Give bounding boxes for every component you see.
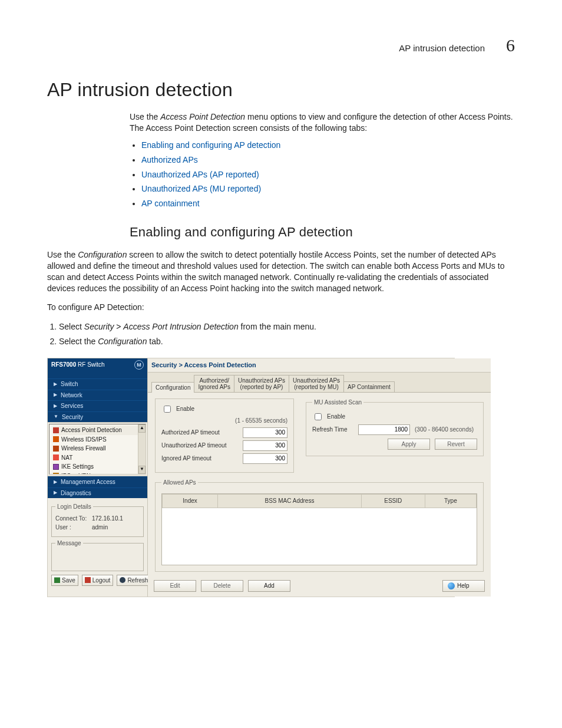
text: >: [114, 322, 123, 331]
key-icon: [53, 473, 59, 475]
col-essid[interactable]: ESSID: [361, 495, 425, 508]
scroll-down-icon[interactable]: ▼: [138, 466, 146, 474]
delete-button[interactable]: Delete: [201, 580, 243, 592]
link-enabling[interactable]: Enabling and configuring AP detection: [141, 140, 280, 150]
running-title: AP intrusion detection: [399, 43, 485, 53]
help-button[interactable]: Help: [442, 580, 485, 592]
tab-containment[interactable]: AP Containment: [343, 381, 395, 392]
label: Access Point Detection: [61, 426, 122, 434]
sidebar-item-mgmt[interactable]: ▶Management Access: [48, 476, 147, 487]
scroll-up-icon[interactable]: ▲: [138, 424, 146, 433]
firewall-icon: [53, 446, 59, 452]
text-em: Access Point Detection: [160, 112, 245, 121]
label: Diagnostics: [61, 489, 91, 498]
subitem-firewall[interactable]: Wireless Firewall: [53, 444, 142, 453]
text-em: Access Port Intrusion Detection: [123, 322, 238, 331]
unauth-timeout-input[interactable]: [243, 440, 287, 451]
label: Connect To:: [55, 515, 88, 523]
label: Enable: [327, 413, 345, 421]
product-suffix: RF Switch: [76, 361, 104, 368]
tab-unauth-mu[interactable]: Unauthorized APs(reported by MU): [289, 375, 344, 392]
text-em: Configuration: [78, 250, 127, 259]
subitem-nat[interactable]: NAT: [53, 453, 142, 463]
sidebar-item-services[interactable]: ▶Services: [48, 400, 147, 411]
security-subtree: Access Point Detection Wireless IDS/IPS …: [48, 422, 147, 476]
label: User :: [55, 523, 88, 532]
subitem-apd[interactable]: Access Point Detection: [53, 426, 142, 435]
edit-button[interactable]: Edit: [154, 580, 196, 592]
label: Unauthorized APs: [238, 377, 285, 384]
label: Unauthorized APs: [293, 377, 340, 384]
enable-checkbox[interactable]: [164, 406, 171, 413]
label: Ignored AP timeout: [161, 454, 238, 463]
logout-button[interactable]: Logout: [82, 575, 114, 587]
hint: (1 - 65535 seconds): [235, 417, 287, 425]
step-1: Select Security > Access Port Intrusion …: [59, 321, 515, 332]
logout-icon: [85, 577, 91, 583]
label: Save: [62, 577, 75, 585]
label: IPSec VPN: [61, 472, 91, 475]
tab-configuration[interactable]: Configuration: [151, 382, 194, 393]
subtree-scrollbar[interactable]: ▲ ▼: [138, 424, 146, 474]
tab-bar: Configuration Authorized/Ignored APs Una…: [148, 373, 491, 393]
product-name: RFS7000: [51, 361, 76, 368]
refresh-time-input[interactable]: [358, 424, 410, 435]
text: from the main menu.: [239, 322, 316, 331]
text-em: Configuration: [98, 337, 147, 346]
subitem-ipsec[interactable]: IPSec VPN: [53, 472, 142, 475]
apply-button[interactable]: Apply: [388, 439, 430, 450]
enable-checkbox-row: Enable: [161, 404, 287, 414]
breadcrumb: Security > Access Point Detection: [148, 358, 491, 373]
col-type[interactable]: Type: [425, 495, 476, 508]
subitem-ike[interactable]: IKE Settings: [53, 462, 142, 472]
legend: MU Assisted Scan: [312, 398, 363, 407]
login-details: Login Details Connect To:172.16.10.1 Use…: [51, 503, 144, 537]
col-bssmac[interactable]: BSS MAC Address: [218, 495, 362, 508]
link-unauth-mu[interactable]: Unauthorized APs (MU reported): [141, 184, 261, 193]
ap-icon: [53, 427, 59, 433]
subitem-idsips[interactable]: Wireless IDS/IPS: [53, 435, 142, 444]
link-containment[interactable]: AP containment: [141, 199, 200, 208]
mu-enable-checkbox[interactable]: [315, 413, 322, 420]
config-group: Enable (1 - 65535 seconds) Authorized AP…: [155, 398, 294, 473]
label: Unauthorized AP timeout: [161, 442, 238, 450]
tab-unauth-ap[interactable]: Unauthorized APs(reported by AP): [234, 375, 289, 392]
refresh-button[interactable]: Refresh: [117, 575, 151, 587]
label: Enable: [176, 405, 194, 413]
lock-icon: [53, 464, 59, 470]
sidebar-item-switch[interactable]: ▶Switch: [48, 378, 147, 390]
link-unauth-ap[interactable]: Unauthorized APs (AP reported): [141, 170, 259, 179]
section-body: Use the Configuration screen to allow th…: [47, 249, 515, 294]
label: AP Containment: [348, 384, 391, 390]
steps-list: Select Security > Access Port Intrusion …: [47, 321, 515, 347]
text-em: Security: [84, 322, 114, 331]
allowed-aps-group: Allowed APs Index BSS MAC Address ESSID: [155, 479, 484, 572]
auth-timeout-input[interactable]: [243, 427, 287, 438]
help-icon: [448, 582, 455, 589]
procedure-lead: To configure AP Detection:: [47, 302, 515, 313]
label: Wireless IDS/IPS: [61, 436, 107, 444]
legend: Login Details: [55, 503, 93, 511]
content-pane: Security > Access Point Detection Config…: [148, 358, 491, 596]
sidebar-item-security[interactable]: ▼Security: [48, 411, 147, 423]
add-button[interactable]: Add: [248, 580, 290, 592]
col-index[interactable]: Index: [163, 495, 218, 508]
sidebar-item-network[interactable]: ▶Network: [48, 390, 147, 401]
legend: Message: [55, 539, 83, 548]
tab-authorized[interactable]: Authorized/Ignored APs: [194, 375, 234, 392]
revert-button[interactable]: Revert: [435, 439, 477, 450]
sidebar: RFS7000 RF Switch M ▶Switch ▶Network ▶Se…: [48, 358, 148, 596]
mu-group: MU Assisted Scan Enable Refresh Time (30…: [306, 398, 484, 456]
section-title: Enabling and configuring AP detection: [130, 223, 515, 241]
text: Select: [59, 322, 84, 331]
link-authorized[interactable]: Authorized APs: [141, 155, 198, 164]
label: (reported by MU): [293, 384, 340, 390]
label: Configuration: [156, 384, 190, 391]
ignored-timeout-input[interactable]: [243, 453, 287, 464]
step-2: Select the Configuration tab.: [59, 336, 515, 347]
save-button[interactable]: Save: [51, 575, 78, 587]
bottom-bar: Edit Delete Add Help: [148, 575, 491, 597]
sidebar-item-diagnostics[interactable]: ▶Diagnostics: [48, 487, 147, 499]
message-box: Message: [51, 539, 144, 571]
allowed-aps-table: Index BSS MAC Address ESSID Type: [161, 493, 477, 565]
